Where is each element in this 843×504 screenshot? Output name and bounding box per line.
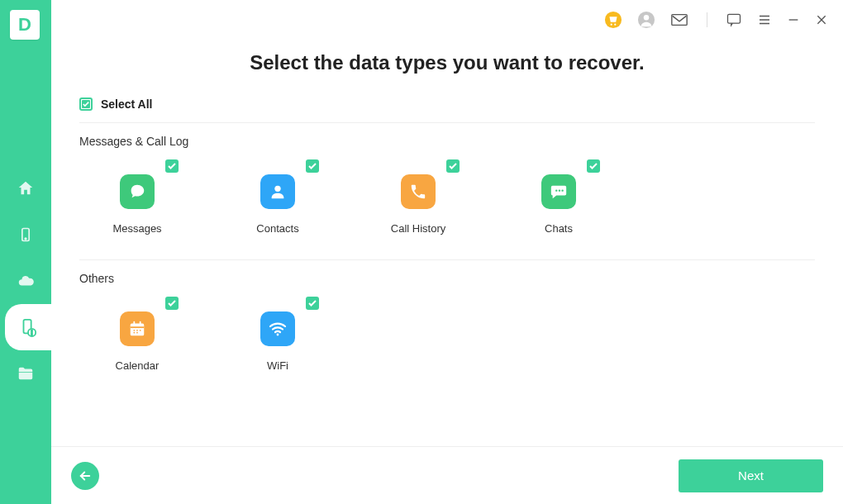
shop-icon[interactable] (604, 11, 622, 29)
svg-point-7 (644, 15, 649, 20)
svg-text:!: ! (31, 329, 32, 336)
svg-rect-9 (728, 14, 741, 23)
svg-point-29 (136, 332, 138, 334)
tile-row: Messages Contacts Call History (79, 163, 815, 235)
tile-checkbox[interactable] (446, 159, 460, 173)
main-content: Select the data types you want to recove… (51, 40, 843, 446)
sidebar-item-folder[interactable] (0, 350, 51, 397)
tile-call-history[interactable]: Call History (385, 163, 451, 235)
calendar-icon (120, 311, 155, 346)
tile-label: Chats (545, 222, 573, 235)
svg-rect-24 (140, 321, 141, 326)
tile-calendar[interactable]: Calendar (104, 300, 170, 372)
user-icon[interactable] (637, 11, 655, 29)
category-messages-call-log: Messages & Call Log Messages Contacts (79, 135, 815, 235)
phone-icon (401, 174, 436, 209)
arrow-left-icon (78, 468, 93, 483)
tile-label: Messages (112, 222, 161, 235)
svg-point-16 (274, 186, 280, 192)
titlebar-separator (707, 12, 707, 27)
tile-checkbox[interactable] (306, 297, 319, 310)
tile-label: Calendar (116, 359, 160, 372)
sidebar: D ! (0, 0, 51, 504)
sidebar-item-home[interactable] (0, 165, 51, 212)
divider (79, 122, 815, 123)
wifi-icon (260, 311, 295, 346)
svg-point-17 (555, 189, 557, 191)
logo-letter: D (18, 14, 31, 36)
feedback-icon[interactable] (726, 12, 742, 28)
minimize-button[interactable] (787, 13, 800, 26)
select-all-label: Select All (101, 97, 153, 111)
svg-point-30 (277, 334, 279, 336)
svg-point-1 (25, 238, 26, 240)
svg-point-19 (561, 189, 563, 191)
category-others: Others Calendar WiFi (79, 272, 815, 372)
person-icon (260, 174, 295, 209)
tile-checkbox[interactable] (165, 297, 179, 310)
tile-checkbox[interactable] (587, 159, 600, 173)
category-label: Messages & Call Log (79, 135, 815, 148)
phone-device-icon (17, 226, 34, 244)
folder-icon (17, 364, 35, 383)
tile-checkbox[interactable] (165, 159, 179, 173)
tile-row: Calendar WiFi (79, 300, 815, 372)
chat-bubble-icon (120, 174, 155, 209)
sidebar-item-phone[interactable] (0, 212, 51, 258)
select-all-checkbox[interactable] (79, 97, 93, 111)
footer: Next (51, 446, 843, 504)
page-title: Select the data types you want to recove… (79, 51, 815, 74)
titlebar (51, 0, 843, 40)
tile-checkbox[interactable] (306, 159, 319, 173)
tile-label: WiFi (267, 359, 288, 372)
sidebar-item-recover[interactable]: ! (5, 304, 51, 350)
svg-point-18 (559, 189, 560, 191)
tile-contacts[interactable]: Contacts (245, 163, 311, 235)
mail-icon[interactable] (670, 12, 688, 28)
tile-chats[interactable]: Chats (526, 163, 592, 235)
svg-rect-23 (133, 321, 135, 326)
svg-point-28 (133, 332, 135, 334)
category-label: Others (79, 272, 815, 285)
tile-label: Contacts (256, 222, 298, 235)
back-button[interactable] (71, 462, 99, 490)
close-button[interactable] (815, 13, 828, 26)
select-all-row[interactable]: Select All (79, 97, 815, 111)
app-logo: D (10, 10, 40, 40)
sidebar-nav: ! (0, 165, 51, 397)
home-icon (17, 179, 35, 197)
svg-rect-8 (672, 15, 687, 26)
divider (79, 259, 815, 260)
tile-label: Call History (391, 222, 445, 235)
phone-alert-icon: ! (19, 317, 37, 337)
cloud-icon (17, 272, 35, 290)
sidebar-item-cloud[interactable] (0, 258, 51, 304)
svg-point-26 (136, 330, 138, 331)
svg-point-27 (140, 330, 141, 331)
next-button[interactable]: Next (679, 459, 823, 492)
menu-icon[interactable] (757, 12, 772, 27)
chat-dots-icon (541, 174, 576, 209)
svg-point-25 (133, 330, 135, 331)
tile-wifi[interactable]: WiFi (245, 300, 311, 372)
tile-messages[interactable]: Messages (104, 163, 170, 235)
